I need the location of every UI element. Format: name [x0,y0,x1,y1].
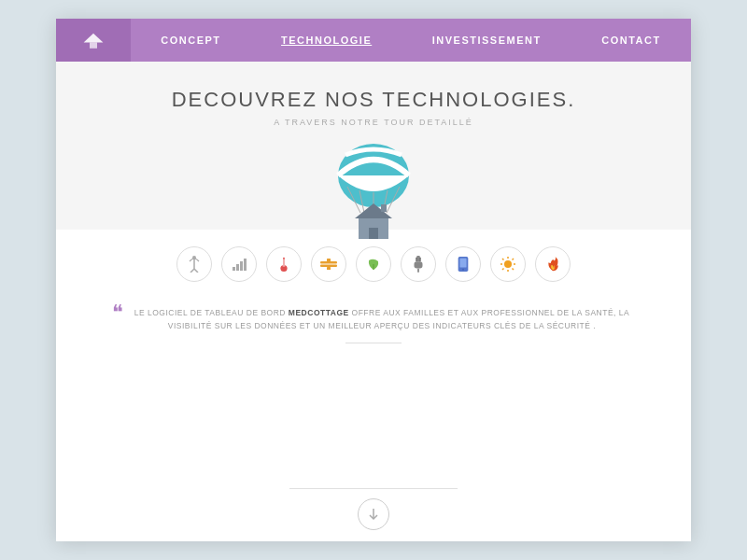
svg-rect-23 [320,261,337,264]
svg-line-42 [513,269,514,271]
logo-icon [82,31,105,49]
svg-point-36 [504,260,512,268]
quote-divider [345,343,402,343]
nav-concept[interactable]: CONCEPT [151,19,230,62]
icon-sun[interactable] [490,246,526,282]
nav-investissement[interactable]: INVESTISSEMENT [423,19,551,62]
svg-line-44 [502,269,504,271]
quote-mark: ❝ [112,302,123,323]
sun-icon [500,256,516,273]
icon-plug[interactable] [401,246,436,282]
svg-rect-25 [327,259,331,261]
plug-icon [413,256,424,273]
svg-marker-1 [90,42,97,48]
svg-rect-16 [233,267,235,271]
quote-before: LE LOGICIEL DE TABLEAU DE BORD [134,308,289,317]
icon-antenna[interactable] [176,246,212,282]
parachute-illustration [317,136,430,239]
hero-section: DECOUVREZ NOS TECHNOLOGIES. A TRAVERS NO… [56,62,691,230]
quote-section: ❝ LE LOGICIEL DE TABLEAU DE BORD MEDCOTT… [56,293,691,358]
icon-signal[interactable] [221,246,257,282]
nav-links: CONCEPT TECHNOLOGIE INVESTISSEMENT CONTA… [131,19,691,62]
nav-logo[interactable] [56,19,131,62]
signal-icon [232,258,247,271]
bottom-section [56,358,691,541]
antenna-icon [187,256,202,273]
svg-line-13 [190,269,194,273]
nav-contact[interactable]: CONTACT [592,19,669,62]
quote-text: LE LOGICIEL DE TABLEAU DE BORD MEDCOTTAG… [112,306,635,333]
thermometer-icon [279,256,289,273]
svg-rect-22 [283,259,286,267]
scroll-down-button[interactable] [358,498,389,530]
hero-title: DECOUVREZ NOS TECHNOLOGIES. [172,88,576,112]
svg-rect-32 [419,258,420,262]
tools-icon [320,258,337,271]
svg-rect-28 [416,256,420,261]
page-wrapper: CONCEPT TECHNOLOGIE INVESTISSEMENT CONTA… [56,19,691,541]
svg-rect-26 [327,267,331,270]
svg-line-43 [513,259,514,260]
svg-rect-17 [236,264,239,271]
svg-rect-34 [459,259,466,268]
quote-brand: MEDCOTTAGE [289,308,349,317]
svg-rect-9 [369,228,378,239]
nav-technologie[interactable]: TECHNOLOGIE [272,19,381,62]
hero-subtitle: A TRAVERS NOTRE TOUR DETAILLÉ [274,118,473,127]
svg-rect-29 [415,261,423,268]
bottom-line [289,488,458,489]
icon-thermometer[interactable] [266,246,302,282]
tablet-icon [457,257,470,272]
parachute-svg [317,136,430,244]
navbar: CONCEPT TECHNOLOGIE INVESTISSEMENT CONTA… [56,19,691,62]
fire-icon [546,256,559,273]
quote-block: ❝ LE LOGICIEL DE TABLEAU DE BORD MEDCOTT… [112,306,635,333]
svg-rect-31 [416,258,416,262]
svg-rect-18 [240,261,243,271]
svg-marker-0 [84,34,104,43]
arrow-down-icon [368,508,379,521]
svg-point-35 [462,269,464,271]
icon-leaf[interactable] [356,246,391,282]
icon-tools[interactable] [311,246,346,282]
leaf-icon [366,257,381,272]
icon-tablet[interactable] [445,246,481,282]
svg-rect-24 [320,265,337,268]
svg-rect-11 [381,204,387,212]
svg-rect-19 [244,259,247,271]
svg-rect-30 [417,269,419,273]
svg-line-41 [502,259,504,260]
icon-fire[interactable] [535,246,571,282]
svg-line-14 [194,269,198,273]
